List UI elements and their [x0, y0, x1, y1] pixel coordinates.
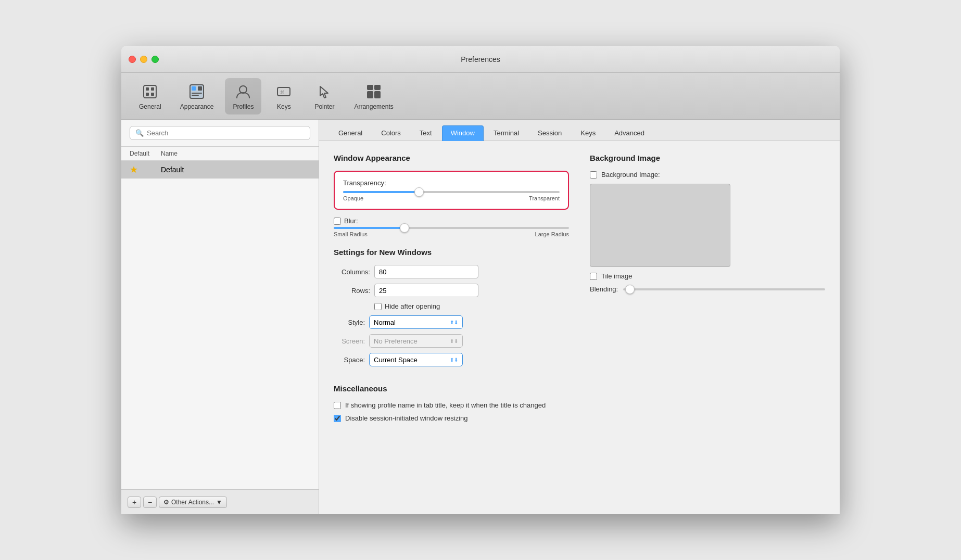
tab-advanced[interactable]: Advanced — [605, 125, 653, 141]
other-actions-label: Other Actions... — [171, 499, 214, 506]
svg-rect-7 — [198, 86, 202, 91]
blur-checkbox-wrapper: Blur: — [334, 217, 358, 225]
rows-row: Rows: — [334, 284, 569, 297]
other-actions-button[interactable]: ⚙ Other Actions... ▼ — [159, 497, 227, 508]
space-value: Current Space — [374, 356, 418, 364]
window-title: Preferences — [461, 55, 500, 63]
columns-label: Columns: — [334, 268, 370, 276]
sidebar: 🔍 Default Name ★ Default + − ⚙ Other A — [121, 120, 319, 514]
tile-row: Tile image — [590, 272, 825, 280]
toolbar-label-general: General — [139, 103, 161, 110]
svg-rect-0 — [144, 85, 156, 98]
general-icon — [141, 82, 159, 101]
blending-slider — [623, 288, 825, 290]
bg-image-checkbox[interactable] — [590, 171, 597, 179]
space-label: Space: — [334, 356, 365, 364]
misc-cb1-row: If showing profile name in tab title, ke… — [334, 401, 825, 409]
misc-cb2-row: Disable session-initiated window resizin… — [334, 414, 825, 422]
blending-thumb[interactable] — [625, 285, 635, 294]
profile-name: Default — [161, 166, 310, 174]
remove-profile-button[interactable]: − — [143, 497, 157, 508]
tab-window[interactable]: Window — [442, 125, 484, 141]
new-windows-title: Settings for New Windows — [334, 248, 569, 257]
transparency-labels: Opaque Transparent — [343, 195, 560, 201]
tile-checkbox[interactable] — [590, 273, 597, 280]
blur-thumb[interactable] — [400, 223, 409, 233]
tab-bar: General Colors Text Window Terminal Sess… — [319, 120, 840, 141]
svg-rect-1 — [146, 87, 149, 91]
hide-row: Hide after opening — [334, 302, 569, 310]
space-dropdown[interactable]: Current Space ⬆⬇ — [369, 353, 463, 366]
transparency-fill — [343, 191, 419, 193]
tab-terminal[interactable]: Terminal — [485, 125, 528, 141]
close-button[interactable] — [129, 56, 136, 63]
bg-image-title: Background Image — [590, 154, 825, 162]
toolbar-label-arrangements: Arrangements — [354, 103, 393, 110]
transparency-track — [343, 191, 560, 193]
toolbar-label-appearance: Appearance — [180, 103, 214, 110]
small-radius-label: Small Radius — [334, 231, 368, 237]
toolbar-item-general[interactable]: General — [132, 78, 169, 114]
tab-text[interactable]: Text — [411, 125, 441, 141]
svg-rect-8 — [192, 93, 202, 94]
tab-keys[interactable]: Keys — [572, 125, 604, 141]
toolbar-item-pointer[interactable]: Pointer — [306, 78, 343, 114]
maximize-button[interactable] — [151, 56, 159, 63]
screen-value: No Preference — [374, 337, 418, 345]
opaque-label: Opaque — [343, 195, 363, 201]
style-arrow-icon: ⬆⬇ — [450, 320, 458, 325]
profile-item-default[interactable]: ★ Default — [121, 161, 319, 179]
traffic-lights — [129, 56, 159, 63]
svg-rect-14 — [374, 85, 381, 90]
screen-row: Screen: No Preference ⬆⬇ — [334, 334, 569, 348]
right-panel: General Colors Text Window Terminal Sess… — [319, 120, 840, 514]
space-arrow-icon: ⬆⬇ — [450, 357, 458, 363]
search-wrapper[interactable]: 🔍 — [130, 126, 310, 140]
toolbar-item-profiles[interactable]: Profiles — [225, 78, 261, 114]
svg-rect-15 — [367, 91, 373, 98]
style-dropdown[interactable]: Normal ⬆⬇ — [369, 315, 463, 329]
columns-input[interactable] — [374, 265, 478, 278]
tab-colors[interactable]: Colors — [372, 125, 410, 141]
preferences-window: Preferences General — [121, 46, 840, 514]
blur-row: Blur: — [334, 217, 569, 225]
profile-list: ★ Default — [121, 161, 319, 489]
svg-point-10 — [239, 86, 247, 93]
transparency-label: Transparency: — [343, 179, 560, 187]
tab-session[interactable]: Session — [529, 125, 571, 141]
star-icon: ★ — [130, 164, 161, 175]
hide-checkbox[interactable] — [374, 303, 382, 310]
toolbar-label-keys: Keys — [277, 103, 291, 110]
blur-label: Blur: — [344, 217, 358, 225]
blur-checkbox[interactable] — [334, 218, 341, 225]
style-value: Normal — [374, 319, 396, 326]
tab-general[interactable]: General — [330, 125, 371, 141]
screen-dropdown[interactable]: No Preference ⬆⬇ — [369, 334, 463, 348]
toolbar-item-keys[interactable]: ⌘ Keys — [265, 78, 302, 114]
misc-cb2[interactable] — [334, 415, 341, 422]
transparency-thumb[interactable] — [414, 187, 424, 197]
blending-label: Blending: — [590, 285, 618, 293]
add-profile-button[interactable]: + — [128, 497, 141, 508]
svg-rect-16 — [374, 91, 381, 98]
search-bar: 🔍 — [121, 120, 319, 147]
arrangements-icon — [364, 82, 383, 101]
minimize-button[interactable] — [140, 56, 147, 63]
header-default: Default — [130, 150, 161, 157]
toolbar: General Appearance — [121, 73, 840, 120]
toolbar-item-appearance[interactable]: Appearance — [173, 78, 221, 114]
gear-icon: ⚙ — [163, 499, 169, 506]
misc-section: Miscellaneous If showing profile name in… — [334, 384, 825, 422]
misc-cb1-label: If showing profile name in tab title, ke… — [345, 401, 546, 409]
toolbar-item-arrangements[interactable]: Arrangements — [347, 78, 400, 114]
large-radius-label: Large Radius — [535, 231, 569, 237]
rows-input[interactable] — [374, 284, 478, 297]
bg-image-preview — [590, 184, 730, 267]
search-input[interactable] — [147, 129, 305, 137]
screen-label: Screen: — [334, 337, 365, 345]
svg-text:⌘: ⌘ — [281, 89, 284, 96]
space-row: Space: Current Space ⬆⬇ — [334, 353, 569, 366]
profiles-icon — [234, 82, 252, 101]
misc-cb1[interactable] — [334, 402, 341, 409]
tile-label: Tile image — [601, 272, 632, 280]
